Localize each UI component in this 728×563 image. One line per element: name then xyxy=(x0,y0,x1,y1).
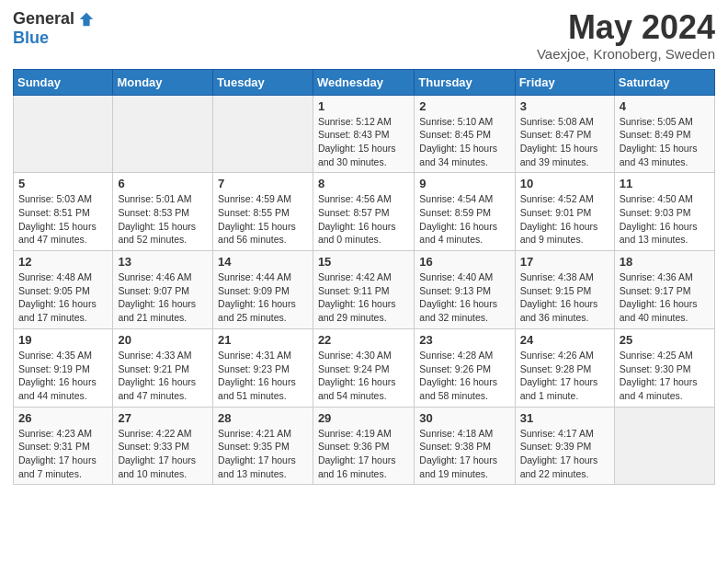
svg-marker-0 xyxy=(80,12,93,25)
day-number: 17 xyxy=(520,255,609,269)
day-number: 10 xyxy=(520,177,609,190)
day-of-week-header: Tuesday xyxy=(213,69,313,95)
calendar-cell: 18Sunrise: 4:36 AM Sunset: 9:17 PM Dayli… xyxy=(614,251,714,329)
day-info: Sunrise: 4:31 AM Sunset: 9:23 PM Dayligh… xyxy=(218,349,308,403)
day-number: 4 xyxy=(620,99,710,113)
logo-blue-text: Blue xyxy=(13,29,49,48)
calendar-cell: 28Sunrise: 4:21 AM Sunset: 9:35 PM Dayli… xyxy=(213,407,313,485)
day-info: Sunrise: 4:56 AM Sunset: 8:57 PM Dayligh… xyxy=(318,192,409,247)
day-of-week-header: Monday xyxy=(113,69,213,95)
day-number: 6 xyxy=(118,177,208,190)
day-info: Sunrise: 4:38 AM Sunset: 9:15 PM Dayligh… xyxy=(520,270,609,325)
day-info: Sunrise: 4:42 AM Sunset: 9:11 PM Dayligh… xyxy=(318,270,409,325)
day-number: 1 xyxy=(318,99,409,113)
day-number: 30 xyxy=(419,411,509,425)
day-info: Sunrise: 4:54 AM Sunset: 8:59 PM Dayligh… xyxy=(419,192,509,247)
day-info: Sunrise: 4:17 AM Sunset: 9:39 PM Dayligh… xyxy=(520,427,609,481)
calendar-cell xyxy=(213,95,313,173)
calendar-cell: 14Sunrise: 4:44 AM Sunset: 9:09 PM Dayli… xyxy=(213,251,313,329)
day-info: Sunrise: 4:48 AM Sunset: 9:05 PM Dayligh… xyxy=(18,270,108,325)
calendar-cell: 10Sunrise: 4:52 AM Sunset: 9:01 PM Dayli… xyxy=(515,173,614,251)
day-info: Sunrise: 4:19 AM Sunset: 9:36 PM Dayligh… xyxy=(318,427,409,481)
calendar-week-row: 19Sunrise: 4:35 AM Sunset: 9:19 PM Dayli… xyxy=(14,328,715,407)
calendar-cell: 1Sunrise: 5:12 AM Sunset: 8:43 PM Daylig… xyxy=(313,95,414,173)
calendar-cell xyxy=(113,95,213,173)
day-info: Sunrise: 4:26 AM Sunset: 9:28 PM Dayligh… xyxy=(520,349,609,403)
day-number: 24 xyxy=(520,333,609,347)
day-of-week-header: Wednesday xyxy=(313,69,414,95)
calendar-cell xyxy=(14,95,113,173)
day-info: Sunrise: 4:28 AM Sunset: 9:26 PM Dayligh… xyxy=(419,349,509,403)
day-number: 29 xyxy=(318,411,409,425)
day-of-week-header: Friday xyxy=(515,69,614,95)
calendar-cell: 23Sunrise: 4:28 AM Sunset: 9:26 PM Dayli… xyxy=(415,328,515,407)
day-info: Sunrise: 4:21 AM Sunset: 9:35 PM Dayligh… xyxy=(218,427,308,481)
calendar-cell: 27Sunrise: 4:22 AM Sunset: 9:33 PM Dayli… xyxy=(113,407,213,485)
calendar-week-row: 5Sunrise: 5:03 AM Sunset: 8:51 PM Daylig… xyxy=(14,173,715,251)
day-info: Sunrise: 5:03 AM Sunset: 8:51 PM Dayligh… xyxy=(18,192,108,247)
calendar-cell: 13Sunrise: 4:46 AM Sunset: 9:07 PM Dayli… xyxy=(113,251,213,329)
month-title: May 2024 xyxy=(537,9,715,46)
day-info: Sunrise: 5:05 AM Sunset: 8:49 PM Dayligh… xyxy=(620,115,710,169)
day-info: Sunrise: 5:08 AM Sunset: 8:47 PM Dayligh… xyxy=(520,115,609,169)
calendar-week-row: 26Sunrise: 4:23 AM Sunset: 9:31 PM Dayli… xyxy=(14,407,715,485)
day-number: 28 xyxy=(218,411,308,425)
day-info: Sunrise: 4:35 AM Sunset: 9:19 PM Dayligh… xyxy=(18,349,108,403)
day-number: 14 xyxy=(218,255,308,269)
day-info: Sunrise: 4:50 AM Sunset: 9:03 PM Dayligh… xyxy=(620,192,710,247)
day-number: 18 xyxy=(620,255,710,269)
calendar-cell: 7Sunrise: 4:59 AM Sunset: 8:55 PM Daylig… xyxy=(213,173,313,251)
calendar-cell: 6Sunrise: 5:01 AM Sunset: 8:53 PM Daylig… xyxy=(113,173,213,251)
page-header: General Blue May 2024 Vaexjoe, Kronoberg… xyxy=(13,9,715,62)
calendar-cell: 4Sunrise: 5:05 AM Sunset: 8:49 PM Daylig… xyxy=(614,95,714,173)
calendar-cell: 2Sunrise: 5:10 AM Sunset: 8:45 PM Daylig… xyxy=(415,95,515,173)
calendar-cell: 15Sunrise: 4:42 AM Sunset: 9:11 PM Dayli… xyxy=(313,251,414,329)
day-number: 19 xyxy=(18,333,108,347)
calendar-cell: 30Sunrise: 4:18 AM Sunset: 9:38 PM Dayli… xyxy=(415,407,515,485)
day-number: 2 xyxy=(419,99,509,113)
day-info: Sunrise: 4:30 AM Sunset: 9:24 PM Dayligh… xyxy=(318,349,409,403)
day-info: Sunrise: 4:23 AM Sunset: 9:31 PM Dayligh… xyxy=(18,427,108,481)
day-of-week-header: Sunday xyxy=(14,69,113,95)
day-number: 16 xyxy=(419,255,509,269)
calendar-cell: 20Sunrise: 4:33 AM Sunset: 9:21 PM Dayli… xyxy=(113,328,213,407)
day-number: 3 xyxy=(520,99,609,113)
calendar-cell: 22Sunrise: 4:30 AM Sunset: 9:24 PM Dayli… xyxy=(313,328,414,407)
day-of-week-header: Thursday xyxy=(415,69,515,95)
calendar-cell: 5Sunrise: 5:03 AM Sunset: 8:51 PM Daylig… xyxy=(14,173,113,251)
day-info: Sunrise: 5:12 AM Sunset: 8:43 PM Dayligh… xyxy=(318,115,409,169)
day-info: Sunrise: 4:33 AM Sunset: 9:21 PM Dayligh… xyxy=(118,349,208,403)
calendar-cell: 29Sunrise: 4:19 AM Sunset: 9:36 PM Dayli… xyxy=(313,407,414,485)
calendar-cell xyxy=(614,407,714,485)
calendar-week-row: 1Sunrise: 5:12 AM Sunset: 8:43 PM Daylig… xyxy=(14,95,715,173)
logo: General Blue xyxy=(13,9,95,48)
day-number: 11 xyxy=(620,177,710,190)
calendar-cell: 26Sunrise: 4:23 AM Sunset: 9:31 PM Dayli… xyxy=(14,407,113,485)
calendar-cell: 19Sunrise: 4:35 AM Sunset: 9:19 PM Dayli… xyxy=(14,328,113,407)
day-number: 5 xyxy=(18,177,108,190)
day-info: Sunrise: 4:36 AM Sunset: 9:17 PM Dayligh… xyxy=(620,270,710,325)
day-number: 23 xyxy=(419,333,509,347)
day-info: Sunrise: 5:10 AM Sunset: 8:45 PM Dayligh… xyxy=(419,115,509,169)
day-number: 21 xyxy=(218,333,308,347)
calendar-cell: 3Sunrise: 5:08 AM Sunset: 8:47 PM Daylig… xyxy=(515,95,614,173)
calendar-cell: 16Sunrise: 4:40 AM Sunset: 9:13 PM Dayli… xyxy=(415,251,515,329)
calendar-cell: 25Sunrise: 4:25 AM Sunset: 9:30 PM Dayli… xyxy=(614,328,714,407)
day-info: Sunrise: 4:59 AM Sunset: 8:55 PM Dayligh… xyxy=(218,192,308,247)
calendar-cell: 11Sunrise: 4:50 AM Sunset: 9:03 PM Dayli… xyxy=(614,173,714,251)
day-number: 20 xyxy=(118,333,208,347)
day-number: 9 xyxy=(419,177,509,190)
calendar-cell: 17Sunrise: 4:38 AM Sunset: 9:15 PM Dayli… xyxy=(515,251,614,329)
logo-icon xyxy=(78,11,95,28)
logo-general-text: General xyxy=(13,9,74,29)
day-number: 13 xyxy=(118,255,208,269)
location-subtitle: Vaexjoe, Kronoberg, Sweden xyxy=(537,46,715,62)
day-info: Sunrise: 4:22 AM Sunset: 9:33 PM Dayligh… xyxy=(118,427,208,481)
day-number: 15 xyxy=(318,255,409,269)
calendar-table: SundayMondayTuesdayWednesdayThursdayFrid… xyxy=(13,69,715,486)
day-number: 22 xyxy=(318,333,409,347)
calendar-cell: 9Sunrise: 4:54 AM Sunset: 8:59 PM Daylig… xyxy=(415,173,515,251)
day-of-week-header: Saturday xyxy=(614,69,714,95)
day-info: Sunrise: 4:40 AM Sunset: 9:13 PM Dayligh… xyxy=(419,270,509,325)
day-info: Sunrise: 4:52 AM Sunset: 9:01 PM Dayligh… xyxy=(520,192,609,247)
